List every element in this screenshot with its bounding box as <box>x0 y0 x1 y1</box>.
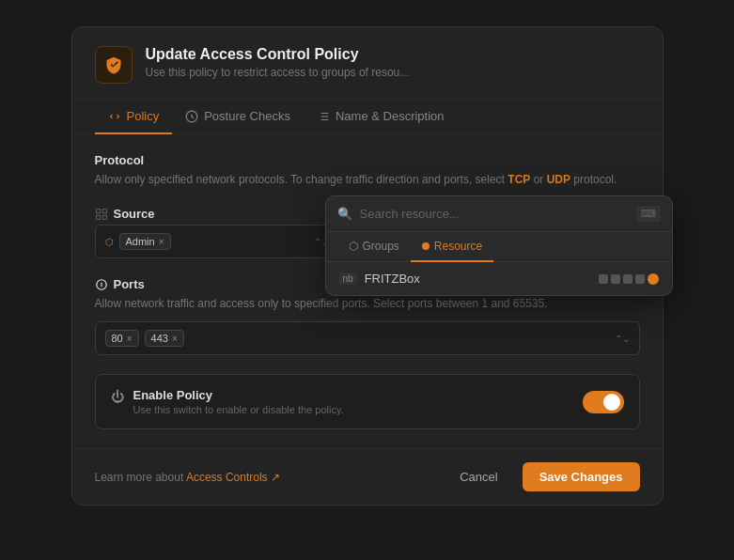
enable-policy-box: ⏻ Enable Policy Use this switch to enabl… <box>95 374 640 429</box>
status-dot-1 <box>599 274 608 284</box>
udp-link[interactable]: UDP <box>547 173 570 186</box>
port-80: 80 × <box>105 330 139 347</box>
ports-box[interactable]: 80 × 443 × ⌃⌄ <box>95 321 640 355</box>
dialog-header-text: Update Access Control Policy Use this po… <box>146 46 410 79</box>
access-controls-link[interactable]: Access Controls ↗ <box>186 471 280 484</box>
enable-policy-left: ⏻ Enable Policy Use this switch to enabl… <box>111 388 344 415</box>
resource-dot-icon <box>422 242 429 250</box>
status-dot-3 <box>623 274 632 284</box>
save-button[interactable]: Save Changes <box>523 462 640 491</box>
groups-icon: ⬡ <box>349 240 358 253</box>
dialog-header: Update Access Control Policy Use this po… <box>72 27 663 100</box>
dropdown-item-left: nb FRITZBox <box>339 272 420 286</box>
port-80-remove[interactable]: × <box>127 334 133 344</box>
tab-name-label: Name & Description <box>336 109 445 123</box>
tab-policy[interactable]: Policy <box>95 100 173 134</box>
search-icon: 🔍 <box>337 207 352 221</box>
source-tag: Admin × <box>119 233 171 250</box>
ports-icon <box>95 278 108 291</box>
ports-chevrons: ⌃⌄ <box>615 334 630 344</box>
status-dot-active <box>648 273 659 285</box>
dropdown-tab-bar: ⬡ Groups Resource <box>326 232 672 262</box>
source-tag-remove[interactable]: × <box>159 237 164 247</box>
ports-desc: Allow network traffic and access only to… <box>95 295 640 312</box>
dialog-title: Update Access Control Policy <box>146 46 410 63</box>
svg-rect-10 <box>96 215 100 219</box>
tab-posture[interactable]: Posture Checks <box>172 100 304 134</box>
svg-rect-7 <box>96 209 100 212</box>
dialog-footer: Learn more about Access Controls ↗ Cance… <box>72 448 663 505</box>
status-dot-2 <box>611 274 620 284</box>
resource-dropdown: 🔍 ⌨ ⬡ Groups Resource nb FRITZBox <box>325 195 673 296</box>
footer-actions: Cancel Save Changes <box>445 462 639 491</box>
tab-policy-label: Policy <box>127 109 160 123</box>
svg-rect-9 <box>102 215 106 219</box>
enable-policy-desc: Use this switch to enable or disable the… <box>133 404 344 415</box>
protocol-desc: Allow only specified network protocols. … <box>95 171 640 188</box>
enable-policy-toggle[interactable] <box>583 391 624 413</box>
modal-backdrop: Update Access Control Policy Use this po… <box>71 26 664 534</box>
source-select[interactable]: ⬡ Admin × ⌃⌄ <box>95 225 339 258</box>
tab-bar: Policy Posture Checks Name & Description <box>72 100 663 134</box>
shield-icon <box>104 55 123 74</box>
power-icon: ⏻ <box>111 389 124 404</box>
policy-tab-icon <box>108 110 121 123</box>
dialog-subtitle: Use this policy to restrict access to gr… <box>146 66 410 79</box>
posture-tab-icon <box>185 110 198 123</box>
status-dots <box>599 273 659 285</box>
tab-posture-label: Posture Checks <box>204 109 290 123</box>
source-icon <box>95 208 108 221</box>
policy-icon <box>95 46 133 84</box>
dropdown-tab-groups[interactable]: ⬡ Groups <box>337 232 411 262</box>
resource-item-icon: nb <box>339 272 357 285</box>
protocol-section: Protocol Allow only specified network pr… <box>95 153 640 188</box>
footer-link: Learn more about Access Controls ↗ <box>95 471 280 484</box>
port-443-remove[interactable]: × <box>172 334 178 344</box>
tcp-link[interactable]: TCP <box>508 173 530 186</box>
source-tag-icon: ⬡ <box>105 237 114 247</box>
name-tab-icon <box>317 110 330 123</box>
keyboard-icon: ⌨ <box>636 206 661 222</box>
status-dot-4 <box>635 274 645 284</box>
cancel-button[interactable]: Cancel <box>445 462 512 491</box>
dropdown-tab-resource[interactable]: Resource <box>411 232 493 262</box>
dropdown-search-bar: 🔍 ⌨ <box>326 196 672 232</box>
enable-policy-title: Enable Policy <box>133 388 344 402</box>
dropdown-item-fritzbox[interactable]: nb FRITZBox <box>326 262 672 295</box>
port-443: 443 × <box>145 330 184 347</box>
svg-rect-8 <box>102 209 106 212</box>
search-input[interactable] <box>360 207 629 221</box>
tab-name[interactable]: Name & Description <box>304 100 458 134</box>
enable-policy-text: Enable Policy Use this switch to enable … <box>133 388 344 415</box>
protocol-title: Protocol <box>95 153 640 167</box>
